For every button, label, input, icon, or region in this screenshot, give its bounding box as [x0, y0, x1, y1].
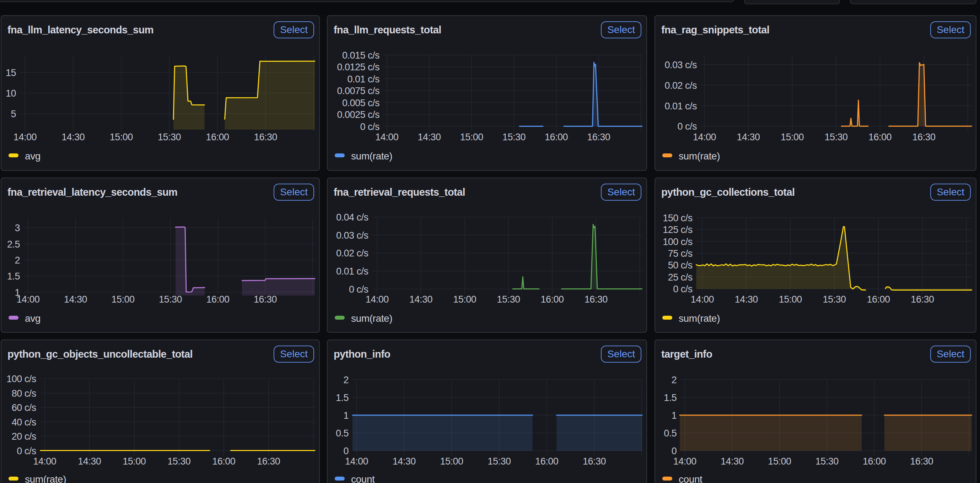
svg-text:16:30: 16:30 [584, 294, 608, 305]
svg-text:sum(rate): sum(rate) [351, 313, 392, 324]
svg-text:14:00: 14:00 [693, 132, 716, 142]
svg-text:75 c/s: 75 c/s [668, 248, 692, 259]
svg-text:16:00: 16:00 [863, 456, 886, 467]
svg-text:0.0075 c/s: 0.0075 c/s [337, 86, 380, 96]
svg-text:16:00: 16:00 [869, 132, 891, 142]
svg-text:25 c/s: 25 c/s [668, 272, 692, 283]
svg-text:avg: avg [25, 151, 40, 162]
svg-text:16:00: 16:00 [867, 294, 890, 305]
svg-text:count: count [351, 474, 375, 483]
svg-text:15:30: 15:30 [824, 132, 848, 142]
svg-text:15:30: 15:30 [497, 294, 520, 305]
svg-text:15:30: 15:30 [487, 456, 511, 467]
svg-text:15:30: 15:30 [503, 132, 525, 142]
svg-text:2.5: 2.5 [7, 239, 20, 249]
svg-text:0: 0 [671, 446, 677, 456]
svg-text:14:30: 14:30 [78, 456, 101, 467]
svg-text:14:30: 14:30 [64, 294, 87, 305]
svg-text:14:30: 14:30 [735, 294, 758, 305]
svg-text:2: 2 [343, 375, 348, 385]
svg-text:sum(rate): sum(rate) [679, 151, 720, 162]
svg-text:count: count [679, 474, 703, 483]
svg-text:16:30: 16:30 [910, 456, 933, 467]
svg-text:0.03 c/s: 0.03 c/s [336, 230, 369, 241]
svg-text:14:00: 14:00 [345, 456, 368, 467]
svg-text:0 c/s: 0 c/s [677, 121, 697, 132]
svg-text:0.02 c/s: 0.02 c/s [665, 80, 697, 91]
svg-text:sum(rate): sum(rate) [351, 151, 392, 162]
svg-text:80 c/s: 80 c/s [12, 388, 36, 399]
svg-text:150 c/s: 150 c/s [663, 213, 692, 223]
svg-text:125 c/s: 125 c/s [663, 224, 692, 235]
svg-text:16:00: 16:00 [206, 294, 229, 305]
svg-text:3: 3 [14, 223, 20, 234]
svg-text:15:00: 15:00 [460, 132, 483, 142]
svg-text:100 c/s: 100 c/s [6, 373, 36, 384]
svg-text:0 c/s: 0 c/s [673, 284, 692, 294]
svg-text:16:00: 16:00 [206, 132, 229, 142]
svg-text:0.01 c/s: 0.01 c/s [665, 101, 697, 111]
svg-text:16:30: 16:30 [254, 294, 277, 305]
svg-text:0: 0 [343, 446, 348, 456]
svg-text:14:00: 14:00 [691, 294, 714, 305]
svg-text:15:00: 15:00 [440, 456, 463, 467]
svg-text:0.5: 0.5 [336, 428, 348, 439]
svg-text:16:30: 16:30 [257, 456, 280, 467]
svg-text:0.5: 0.5 [664, 428, 676, 439]
svg-text:1: 1 [671, 410, 677, 421]
svg-text:15:00: 15:00 [768, 456, 791, 467]
svg-text:0 c/s: 0 c/s [360, 121, 380, 132]
svg-text:0.03 c/s: 0.03 c/s [665, 60, 697, 70]
svg-text:2: 2 [671, 375, 677, 385]
svg-text:16:00: 16:00 [212, 456, 235, 467]
svg-text:15: 15 [6, 67, 16, 78]
svg-text:14:00: 14:00 [375, 132, 398, 142]
svg-text:sum(rate): sum(rate) [25, 474, 66, 483]
svg-text:0.04 c/s: 0.04 c/s [336, 212, 369, 223]
svg-text:2: 2 [14, 255, 20, 265]
svg-text:0 c/s: 0 c/s [349, 284, 369, 295]
svg-text:avg: avg [25, 313, 40, 324]
svg-text:1.5: 1.5 [336, 392, 348, 403]
svg-text:14:00: 14:00 [366, 294, 389, 305]
svg-text:20 c/s: 20 c/s [12, 431, 36, 442]
svg-text:15:30: 15:30 [158, 132, 181, 142]
svg-text:15:30: 15:30 [167, 456, 191, 467]
svg-text:0 c/s: 0 c/s [17, 446, 36, 456]
svg-text:1.5: 1.5 [664, 392, 676, 403]
svg-text:14:30: 14:30 [737, 132, 760, 142]
svg-text:16:00: 16:00 [535, 456, 558, 467]
svg-text:0.015 c/s: 0.015 c/s [342, 50, 380, 61]
svg-text:14:30: 14:30 [62, 132, 84, 142]
svg-text:14:00: 14:00 [16, 294, 40, 305]
svg-text:14:00: 14:00 [13, 132, 37, 142]
svg-text:0.005 c/s: 0.005 c/s [342, 98, 380, 108]
svg-text:sum(rate): sum(rate) [679, 313, 720, 324]
svg-text:15:00: 15:00 [110, 132, 133, 142]
svg-text:1: 1 [343, 410, 348, 421]
svg-text:60 c/s: 60 c/s [12, 402, 36, 413]
svg-text:15:00: 15:00 [781, 132, 804, 142]
svg-text:14:30: 14:30 [393, 456, 416, 467]
svg-text:0.01 c/s: 0.01 c/s [347, 74, 380, 84]
svg-text:14:30: 14:30 [417, 132, 441, 142]
svg-text:14:30: 14:30 [409, 294, 433, 305]
svg-text:15:00: 15:00 [123, 456, 146, 467]
svg-text:40 c/s: 40 c/s [12, 417, 36, 427]
svg-text:15:30: 15:30 [816, 456, 838, 467]
svg-text:0.0125 c/s: 0.0125 c/s [337, 62, 380, 72]
svg-text:5: 5 [11, 109, 16, 119]
svg-text:0.01 c/s: 0.01 c/s [336, 266, 369, 276]
svg-text:15:30: 15:30 [159, 294, 182, 305]
svg-text:15:00: 15:00 [111, 294, 134, 305]
svg-text:15:00: 15:00 [779, 294, 802, 305]
svg-text:14:00: 14:00 [33, 456, 56, 467]
svg-text:16:30: 16:30 [911, 294, 934, 305]
svg-text:16:00: 16:00 [541, 294, 564, 305]
svg-text:16:30: 16:30 [254, 132, 277, 142]
svg-text:10: 10 [6, 88, 16, 99]
svg-text:15:30: 15:30 [823, 294, 846, 305]
svg-text:1.5: 1.5 [7, 271, 20, 282]
svg-text:50 c/s: 50 c/s [668, 260, 692, 271]
svg-text:16:30: 16:30 [583, 456, 606, 467]
